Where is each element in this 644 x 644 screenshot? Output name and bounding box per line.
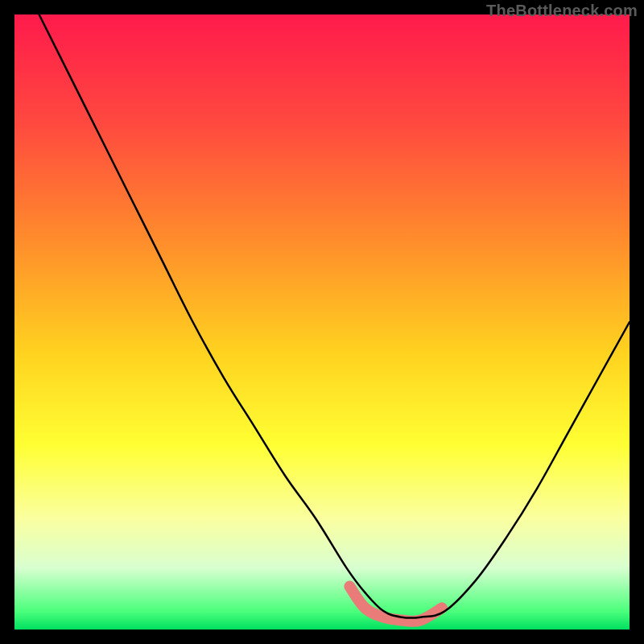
bottleneck-curve [39,14,630,618]
chart-frame: TheBottleneck.com [0,0,644,644]
chart-plot-area [14,14,630,630]
watermark-text: TheBottleneck.com [486,2,638,20]
chart-svg [14,14,630,630]
